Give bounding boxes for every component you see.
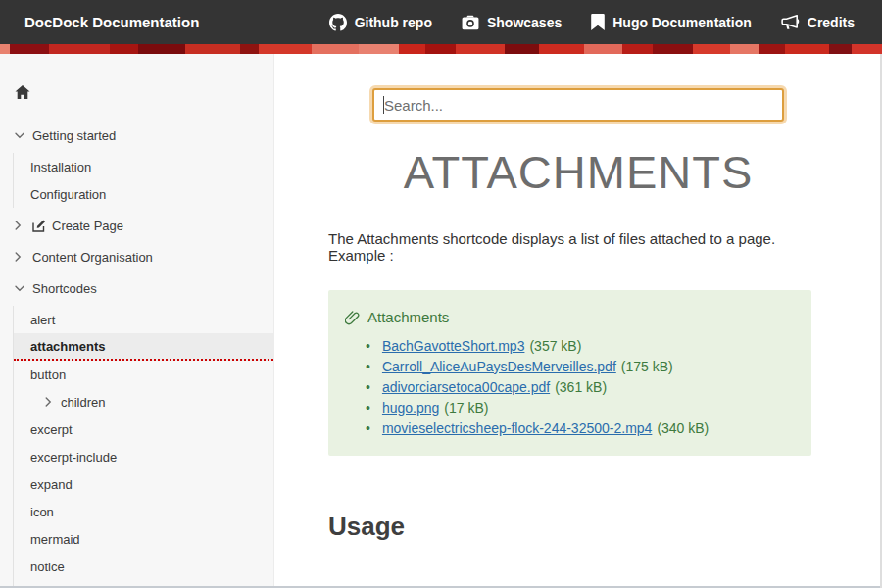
sidebar-item-label: Getting started [32,128,116,143]
sidebar-item-label: expand [30,477,73,492]
banner-segment [693,44,729,54]
banner-segment [829,44,852,54]
sidebar-item-label: Configuration [30,187,106,202]
navbar-item-label: Credits [808,15,855,30]
attachment-item: Carroll_AliceAuPaysDesMerveilles.pdf(175… [366,356,792,376]
text-caret [383,96,384,114]
attachment-item: BachGavotteShort.mp3(357 kB) [366,335,792,356]
sidebar-item-alert[interactable]: alert [14,306,273,333]
sidebar-item-label: notice [30,560,65,574]
banner-segment [653,44,693,54]
intro-text: The Attachments shortcode displays a lis… [328,230,813,264]
sidebar-item-label: Shortcodes [32,281,97,296]
sidebar-item-label: Create Page [52,219,123,233]
sidebar-item-label: children [61,395,106,410]
banner-segment [359,44,399,54]
attachment-link-bachgavotteshort-mp3[interactable]: BachGavotteShort.mp3 [382,338,525,354]
attachment-item: movieselectricsheep-flock-244-32500-2.mp… [366,417,792,438]
sidebar-item-create-page[interactable]: Create Page [0,212,273,239]
banner-segment [456,44,505,54]
sidebar-group: alertattachmentsbuttonchildrenexcerptexc… [13,306,273,588]
sidebar-item-configuration[interactable]: Configuration [14,180,273,208]
sidebar-item-installation[interactable]: Installation [14,153,273,180]
attachments-panel: Attachments BachGavotteShort.mp3(357 kB)… [328,290,811,456]
sidebar-item-excerpt[interactable]: excerpt [14,416,273,443]
attachment-item: hugo.png(17 kB) [366,397,792,417]
sidebar-item-attachments[interactable]: attachments [14,333,273,361]
main-content: ATTACHMENTS The Attachments shortcode di… [274,54,882,588]
attachment-size: (17 kB) [444,400,488,416]
sidebar-item-label: alert [30,313,55,327]
banner-segment [10,44,48,54]
top-navbar: DocDock Documentation Github repoShowcas… [0,0,882,44]
sidebar-item-mermaid[interactable]: mermaid [14,525,273,553]
sidebar-item-expand[interactable]: expand [14,470,273,498]
attachment-size: (361 kB) [555,379,607,395]
navbar-menu: Github repoShowcasesHugo DocumentationCr… [329,14,882,31]
navbar-item-hugo-documentation[interactable]: Hugo Documentation [591,14,752,30]
brand-title[interactable]: DocDock Documentation [0,14,199,30]
sidebar-item-excerpt-include[interactable]: excerpt-include [14,443,273,470]
sidebar-item-button[interactable]: button [14,361,273,388]
search-input[interactable] [372,88,784,122]
sidebar-nav: Getting startedInstallationConfiguration… [0,122,273,588]
sidebar-item-label: Installation [30,160,91,174]
megaphone-icon [781,15,800,30]
sidebar-item-children[interactable]: children [14,388,273,416]
sidebar-item-shortcodes[interactable]: Shortcodes [0,274,273,302]
sidebar-item-label: excerpt [30,422,73,437]
paperclip-icon [345,310,360,325]
sidebar-item-icon[interactable]: icon [14,498,273,525]
sidebar-home-link[interactable] [15,83,273,101]
bookmark-icon [591,14,605,30]
banner-segment [185,44,241,54]
banner-segment [240,44,259,54]
banner-segment [785,44,830,54]
navbar-item-credits[interactable]: Credits [781,15,855,30]
chevron-right-icon [45,397,52,407]
github-icon [329,14,347,31]
sidebar-item-label: icon [30,505,54,519]
banner-segment [505,44,539,54]
attachment-link-movieselectricsheep-flock-244-32500-2-mp4[interactable]: movieselectricsheep-flock-244-32500-2.mp… [382,420,652,436]
navbar-item-github-repo[interactable]: Github repo [329,14,432,31]
attachment-link-carroll-aliceaupaysdesmerveilles-pdf[interactable]: Carroll_AliceAuPaysDesMerveilles.pdf [382,359,616,374]
attachments-panel-title: Attachments [368,309,449,325]
edit-icon [32,220,46,232]
banner-segment [425,44,456,54]
camera-icon [462,15,479,30]
home-icon [15,85,30,100]
search-box [372,88,784,122]
attachment-item: adivorciarsetoca00cape.pdf(361 kB) [366,376,792,397]
banner-segment [259,44,312,54]
sidebar-item-content-organisation[interactable]: Content Organisation [0,243,273,270]
navbar-item-showcases[interactable]: Showcases [462,15,562,30]
attachment-size: (340 kB) [657,420,709,436]
page-title: ATTACHMENTS [274,145,882,199]
red-mosaic-banner [0,44,882,54]
chevron-right-icon [15,220,22,230]
sidebar-item-label: Content Organisation [32,250,153,265]
banner-segment [730,44,759,54]
attachment-size: (357 kB) [529,338,581,354]
sidebar-item-getting-started[interactable]: Getting started [0,122,273,149]
banner-segment [49,44,110,54]
sidebar-item-label: attachments [30,339,106,354]
banner-segment [138,44,185,54]
attachment-size: (175 kB) [621,359,673,374]
banner-segment [584,44,622,54]
attachment-link-adivorciarsetoca00cape-pdf[interactable]: adivorciarsetoca00cape.pdf [382,379,550,395]
banner-segment [110,44,138,54]
sidebar-item-label: button [30,368,66,382]
usage-heading: Usage [328,512,882,542]
banner-segment [852,44,882,54]
chevron-down-icon [15,285,24,292]
sidebar-item-notice[interactable]: notice [14,553,273,580]
chevron-down-icon [15,132,24,139]
attachment-link-hugo-png[interactable]: hugo.png [382,400,439,416]
navbar-item-label: Showcases [487,15,562,30]
sidebar: Getting startedInstallationConfiguration… [0,54,274,588]
attachments-list: BachGavotteShort.mp3(357 kB)Carroll_Alic… [345,335,792,438]
navbar-item-label: Hugo Documentation [612,15,752,30]
attachments-panel-header: Attachments [345,309,792,325]
